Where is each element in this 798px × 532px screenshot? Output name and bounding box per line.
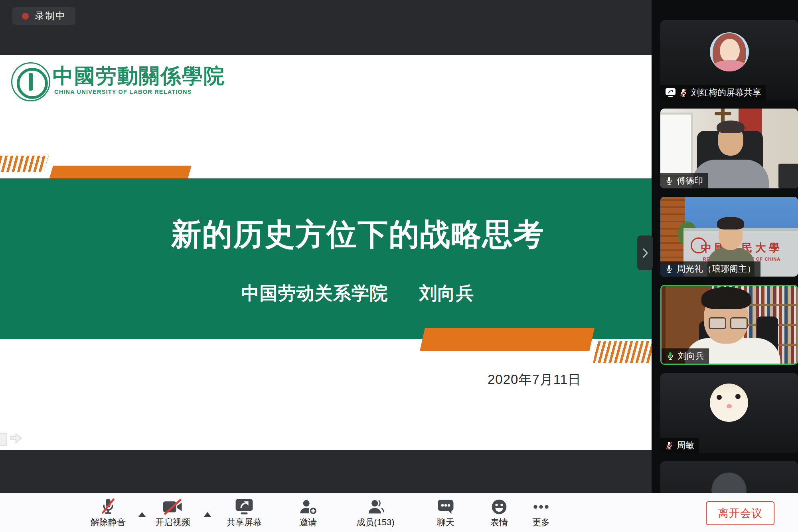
window-shape [660,113,693,177]
decor-parallelogram-bottom [420,328,595,351]
recording-label: 录制中 [35,10,66,22]
recording-dot-icon [22,13,29,20]
participant-tile-zhouguangli[interactable]: 中國人民大學 RENMIN UNIVERSITY OF CHINA 周光礼（琅琊… [660,197,798,277]
participant-name-bar: 傅德印 [660,173,708,188]
title-banner: 新的历史方位下的战略思考 中国劳动关系学院 刘向兵 [0,178,652,339]
participant-tile-liuxiangbing-active[interactable]: 刘向兵 [660,285,798,365]
invite-button[interactable]: 邀请 [276,495,340,528]
participant-tile-zhoumin[interactable]: 周敏 [660,373,798,453]
panel-collapse-button[interactable] [637,235,653,270]
invite-label: 邀请 [299,516,317,528]
subtitle-organization: 中国劳动关系学院 [241,281,388,305]
participant-name-bar: 刘红梅的屏幕共享 [660,85,766,100]
more-button[interactable]: 更多 [509,495,573,528]
mic-on-icon [665,176,673,186]
participant-name: 周光礼（琅琊阁主） [677,263,756,275]
members-button[interactable]: 成员(153) [344,495,407,528]
more-dots-icon [532,498,550,515]
slide-title: 新的历史方位下的战略思考 [32,219,652,249]
participants-panel: 刘红梅的屏幕共享 傅德印 [652,0,798,532]
university-seal-icon [11,62,50,101]
chat-bubble-icon [437,498,454,515]
recording-badge[interactable]: 录制中 [12,7,75,25]
share-screen-icon [235,498,254,515]
mic-on-icon [665,264,673,274]
participant-tile-liuhongmei[interactable]: 刘红梅的屏幕共享 [660,20,798,100]
members-icon [367,498,384,515]
decor-stripes-bottom-right [593,341,652,363]
participant-name-bar: 周光礼（琅琊阁主） [660,261,760,277]
slide-date: 2020年7月11日 [488,371,581,389]
avatar [710,32,749,71]
gate-seal-shape [691,237,707,253]
unmute-label: 解除静音 [91,516,126,528]
invite-person-icon [298,498,318,515]
slide-subtitle: 中国劳动关系学院 刘向兵 [32,281,652,305]
mic-muted-icon [100,497,116,515]
unmute-button[interactable]: 解除静音 [76,495,140,528]
presentation-slide: 中國劳動關係學院 CHINA UNIVERSITY OF LABOR RELAT… [0,55,652,450]
mic-active-icon [666,351,674,361]
participant-tile-fudeyin[interactable]: 傅德印 [660,109,798,188]
university-name-en: CHINA UNIVERSITY OF LABOR RELATIONS [54,89,192,95]
participant-name: 周敏 [677,439,694,451]
participant-name: 刘向兵 [678,350,704,362]
leave-meeting-button[interactable]: 离开会议 [706,501,774,525]
meeting-window: 录制中 中國劳動關係學院 CHINA UNIVERSITY OF LABOR R… [0,0,798,532]
decor-stripes-top-left [0,156,49,172]
participant-name: 傅德印 [677,175,703,187]
participant-name-bar: 周敏 [660,438,699,453]
participant-name: 刘红梅的屏幕共享 [691,87,761,99]
video-options-caret[interactable] [203,512,211,517]
shared-screen-area: 录制中 中國劳動關係學院 CHINA UNIVERSITY OF LABOR R… [0,0,652,532]
emoji-label: 表情 [490,516,508,528]
mic-muted-icon [679,88,687,97]
start-video-label: 开启视频 [155,516,190,528]
more-label: 更多 [532,516,550,528]
mic-muted-icon [665,441,673,450]
chevron-right-icon [642,248,648,258]
members-label: 成员(153) [356,516,394,528]
share-screen-button[interactable]: 共享屏幕 [212,495,276,528]
subtitle-author: 刘向兵 [419,281,474,305]
share-screen-label: 共享屏幕 [227,516,262,528]
university-name-cn: 中國劳動關係學院 [53,62,220,90]
meeting-toolbar: 解除静音 开启视频 共享屏幕 [0,493,798,532]
smiley-icon [491,498,508,515]
chat-label: 聊天 [437,516,454,528]
camera-muted-icon [162,498,183,515]
slide-nav-next-icon[interactable] [10,432,23,445]
screen-share-icon [665,88,676,97]
participant-name-bar: 刘向兵 [662,348,709,364]
slide-nav-prev-icon[interactable] [0,433,7,446]
glasses-shape [709,317,748,329]
cat-avatar [710,384,748,422]
start-video-button[interactable]: 开启视频 [141,495,205,528]
